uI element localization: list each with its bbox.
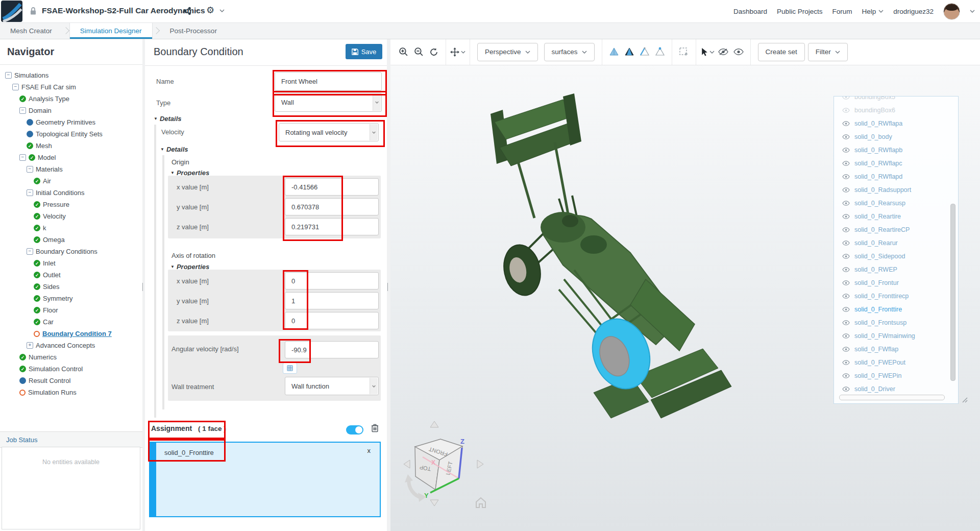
eye-icon[interactable]: [842, 161, 850, 166]
solid-name[interactable]: solid_0_Radsupport: [854, 186, 911, 194]
tree-item[interactable]: ✓Mesh: [0, 140, 142, 152]
name-input[interactable]: [275, 72, 382, 91]
show-all-icon[interactable]: [731, 43, 746, 61]
select-face-icon[interactable]: [622, 43, 637, 61]
tree-item[interactable]: Simulation Runs: [0, 387, 142, 398]
solid-name[interactable]: solid_0_Reartire: [854, 213, 901, 220]
tree-item-label[interactable]: Simulations: [14, 71, 48, 79]
tree-item[interactable]: −Domain: [0, 105, 142, 116]
form-splitter[interactable]: [387, 39, 390, 531]
eye-icon[interactable]: [842, 347, 850, 352]
origin-z-input[interactable]: [285, 218, 379, 235]
solid-name[interactable]: solid_0_RWflapb: [854, 147, 902, 154]
solid-name[interactable]: solid_0_Fronttirecp: [854, 293, 909, 300]
tree-item-label[interactable]: Boundary Condition 7: [42, 330, 112, 337]
box-select-icon[interactable]: [676, 43, 692, 61]
solid-name[interactable]: solid_0_Rearsusp: [854, 200, 905, 207]
tree-item-label[interactable]: FSAE Full Car sim: [21, 83, 76, 91]
tree-item-label[interactable]: Sides: [43, 283, 60, 291]
eye-icon[interactable]: [842, 320, 850, 325]
eye-icon[interactable]: [842, 214, 850, 219]
eye-icon[interactable]: [842, 373, 850, 378]
tree-item[interactable]: ✓Symmetry: [0, 293, 142, 304]
solids-list-item[interactable]: solid_0_RWflapa: [834, 117, 958, 130]
tree-item-label[interactable]: Inlet: [43, 259, 56, 267]
tree-item[interactable]: Geometry Primitives: [0, 116, 142, 128]
tree-item[interactable]: −Materials: [0, 163, 142, 175]
solid-name[interactable]: solid_0_Fronttire: [854, 306, 902, 313]
share-chevron-icon[interactable]: [194, 9, 200, 12]
tree-item-label[interactable]: Pressure: [43, 201, 69, 208]
velocity-select[interactable]: Rotating wall velocity: [279, 123, 379, 141]
projection-select[interactable]: Perspective: [477, 43, 538, 61]
solid-name[interactable]: solid_0_Driver: [854, 385, 895, 393]
details-section-header[interactable]: ▼Details: [154, 115, 182, 123]
solid-name[interactable]: solid_0_FWEPout: [854, 359, 905, 366]
solid-name[interactable]: solid_0_Frontur: [854, 279, 899, 286]
tree-item-label[interactable]: Numerics: [29, 353, 57, 361]
solids-list-item[interactable]: solid_0_Rearur: [834, 236, 958, 250]
solid-name[interactable]: boundingBox5: [854, 96, 895, 101]
tree-item[interactable]: ✓Floor: [0, 304, 142, 316]
tree-item[interactable]: Result Control: [0, 375, 142, 387]
tree-item[interactable]: ✓Omega: [0, 234, 142, 246]
save-button[interactable]: Save: [346, 44, 382, 59]
tree-item[interactable]: −Simulations: [0, 69, 142, 81]
type-select[interactable]: Wall: [275, 93, 382, 112]
eye-icon[interactable]: [842, 267, 850, 272]
solid-name[interactable]: solid_0_Rearur: [854, 239, 898, 247]
collapse-icon[interactable]: −: [27, 248, 33, 255]
tree-item-label[interactable]: Initial Conditions: [36, 189, 84, 197]
origin-y-input[interactable]: [285, 198, 379, 215]
tree-item[interactable]: ✓Inlet: [0, 257, 142, 269]
tree-item-label[interactable]: Geometry Primitives: [36, 118, 95, 126]
viewport-canvas[interactable]: FRONT TOP LEFT X Z Y boundingBox5boundin…: [390, 65, 980, 531]
eye-icon[interactable]: [842, 360, 850, 365]
tab-mesh-creator[interactable]: Mesh Creator: [0, 22, 62, 39]
solids-list-item[interactable]: solid_0_Frontur: [834, 276, 958, 289]
solids-list-item[interactable]: boundingBox5: [834, 96, 958, 104]
table-input-button[interactable]: [283, 363, 297, 374]
zoom-out-icon[interactable]: [411, 43, 426, 61]
solids-list-item[interactable]: solid_0_Reartire: [834, 210, 958, 223]
axis-z-input[interactable]: [285, 312, 379, 329]
wall-treatment-select[interactable]: Wall function: [285, 377, 379, 395]
tree-item-label[interactable]: Boundary Conditions: [36, 248, 97, 255]
tree-item-label[interactable]: Analysis Type: [29, 95, 69, 103]
eye-icon[interactable]: [842, 134, 850, 139]
tree-item-label[interactable]: Topological Entity Sets: [36, 130, 103, 138]
tree-item[interactable]: ✓Air: [0, 175, 142, 187]
solids-list-item[interactable]: solid_0_Driver: [834, 382, 958, 396]
assignment-item-row[interactable]: solid_0_Fronttire: [157, 445, 378, 460]
solid-name[interactable]: boundingBox6: [854, 107, 895, 114]
tree-item[interactable]: ✓Car: [0, 316, 142, 328]
avatar[interactable]: [943, 3, 960, 20]
angular-velocity-input[interactable]: [285, 341, 379, 358]
solids-list-item[interactable]: solid_0_Fronttirecp: [834, 289, 958, 303]
solids-vertical-scrollbar[interactable]: [950, 204, 955, 381]
tree-item[interactable]: ✓Pressure: [0, 199, 142, 210]
eye-icon[interactable]: [842, 108, 850, 113]
simscale-logo[interactable]: [1, 1, 22, 22]
solids-list-item[interactable]: solid_0_RWEP: [834, 263, 958, 276]
origin-x-input[interactable]: [285, 178, 379, 196]
tree-item-label[interactable]: Velocity: [43, 212, 66, 220]
tree-item[interactable]: Topological Entity Sets: [0, 128, 142, 140]
solids-list-item[interactable]: solid_0_FWEPout: [834, 356, 958, 369]
tree-item-label[interactable]: Floor: [43, 306, 58, 314]
reset-view-icon[interactable]: [426, 43, 442, 61]
solids-list-item[interactable]: solid_0_FWEPin: [834, 369, 958, 382]
tree-item-label[interactable]: Domain: [29, 107, 52, 114]
tree-item-label[interactable]: Simulation Control: [29, 365, 83, 373]
solid-name[interactable]: solid_0_RWflapd: [854, 173, 902, 180]
solids-horizontal-scrollbar[interactable]: [839, 395, 945, 400]
gear-icon[interactable]: ⚙: [206, 5, 214, 15]
tab-simulation-designer[interactable]: Simulation Designer: [69, 22, 153, 39]
solid-name[interactable]: solid_0_Sidepood: [854, 253, 905, 260]
nav-link-public-projects[interactable]: Public Projects: [777, 8, 822, 15]
solids-list-item[interactable]: solid_0_RWflapc: [834, 157, 958, 170]
eye-icon[interactable]: [842, 280, 850, 285]
tree-item[interactable]: ✓Simulation Control: [0, 363, 142, 375]
solid-name[interactable]: solid_0_body: [854, 133, 892, 140]
solids-list-item[interactable]: boundingBox6: [834, 104, 958, 117]
